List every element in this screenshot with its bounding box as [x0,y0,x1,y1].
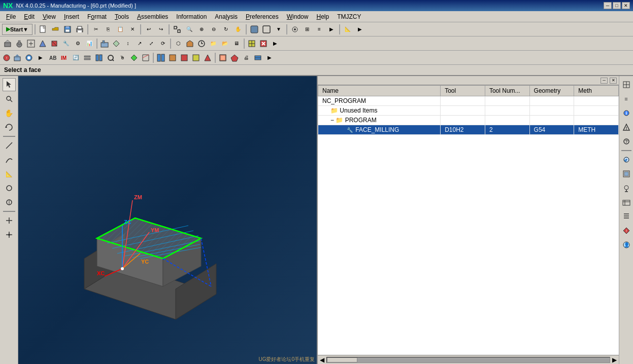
grid-button[interactable]: ⊞ [302,24,313,35]
extra-btn12[interactable] [128,52,140,63]
extra-btn7[interactable]: 🔄 [70,52,81,63]
mfg-btn17[interactable] [196,38,207,49]
shaded-button[interactable] [249,24,260,35]
panel-minimize[interactable]: ─ [601,78,608,84]
extra-btn16[interactable] [179,52,190,63]
mfg-btn19[interactable]: 📂 [219,38,230,49]
table-row[interactable]: 📁 Unused Items [318,106,619,116]
row-name[interactable]: 📁 Unused Items [318,106,441,116]
zoom-tool[interactable] [3,92,16,105]
extra-btn23[interactable]: ▶ [264,52,275,63]
mfg-btn4[interactable] [37,38,48,49]
rs-btn10[interactable] [620,210,633,223]
print-button[interactable] [74,24,85,35]
menu-information[interactable]: Information [172,12,211,21]
mfg-btn6[interactable]: 🔧 [60,38,72,49]
wireframe-button[interactable] [261,24,272,35]
mfg-btn15[interactable]: ⬡ [173,38,184,49]
snap-button[interactable] [289,24,301,35]
scroll-left-btn[interactable]: ◀ [320,356,324,363]
save-button[interactable] [62,24,73,35]
rs-btn6[interactable] [620,153,633,166]
fit-button[interactable] [172,24,183,35]
mfg-btn10[interactable] [111,38,122,49]
mfg-btn23[interactable]: ▶ [270,38,281,49]
extra-btn17[interactable] [190,52,202,63]
menu-tmjzcy[interactable]: TMJZCY [333,12,365,21]
menu-analysis[interactable]: Analysis [211,12,242,21]
row-name[interactable]: − 📁 PROGRAM [318,116,441,125]
extra-btn14[interactable] [155,52,166,63]
open-button[interactable] [50,24,61,35]
line-tool[interactable] [3,139,16,152]
circle-tool[interactable] [3,181,16,195]
table-row[interactable]: − 📁 PROGRAM [318,116,619,125]
pan-button[interactable]: ✋ [232,24,244,35]
rs-btn12[interactable]: 👤 [620,238,633,251]
extra-btn21[interactable]: 🖨 [241,52,252,63]
col-method[interactable]: Meth [574,86,619,96]
close-button[interactable]: ✕ [622,2,630,9]
mfg-btn16[interactable] [184,38,195,49]
expand-tool[interactable] [3,228,16,241]
mfg-btn1[interactable] [2,38,13,49]
mfg-btn11[interactable]: ↕ [122,38,134,49]
menu-format[interactable]: Format [83,12,111,21]
extra-btn11[interactable]: 🖱 [117,52,128,63]
mfg-btn22[interactable] [258,38,269,49]
extra-btn9[interactable] [93,52,105,63]
viewport[interactable]: ZM ZC YM YC XC UG爱好者论坛0手机重复 [18,76,317,364]
rs-btn1[interactable] [620,78,633,91]
extra-btn10[interactable] [105,52,116,63]
menu-window[interactable]: Window [283,12,313,21]
table-row[interactable]: NC_PROGRAM [318,96,619,106]
scrollbar-thumb[interactable] [327,357,357,362]
mfg-btn9[interactable] [99,38,110,49]
row-name[interactable]: NC_PROGRAM [318,96,441,106]
select-tool[interactable] [3,78,16,91]
rs-btn11[interactable]: ! [620,224,633,237]
mfg-btn14[interactable]: ⟳ [157,38,169,49]
scrollbar-track[interactable] [326,357,610,363]
rs-btn7[interactable] [620,167,633,180]
extra-btn3[interactable] [23,52,35,63]
circle2-tool[interactable] [3,196,16,209]
extra-btn8[interactable] [82,52,93,63]
rs-btn5[interactable]: ? [620,135,633,148]
extra-btn19[interactable] [217,52,228,63]
panel-scrollbar[interactable]: ◀ ▶ [318,355,619,364]
table-row[interactable]: 🔧 FACE_MILLING D10H2 2 G54 METH [318,125,619,135]
rs-btn8[interactable] [620,181,633,195]
mfg-btn8[interactable]: 📊 [84,38,95,49]
rs-btn3[interactable]: i [620,106,633,120]
mfg-btn3[interactable] [25,38,37,49]
extra-btn5[interactable]: ABC [47,52,58,63]
rotate-button[interactable]: ↻ [220,24,231,35]
rotate-view-tool[interactable] [3,121,16,134]
rs-btn4[interactable]: ! [620,121,633,134]
measure-button[interactable]: 📐 [342,24,353,35]
menu-view[interactable]: View [39,12,60,21]
rs-btn9[interactable] [620,196,633,209]
extra-btn20[interactable] [229,52,240,63]
paste-button[interactable]: 📋 [115,24,126,35]
mfg-btn7[interactable]: ⚙ [72,38,83,49]
row-name[interactable]: 🔧 FACE_MILLING [318,125,441,135]
cut-button[interactable]: ✂ [90,24,102,35]
undo-button[interactable]: ↩ [143,24,154,35]
extra-btn15[interactable] [167,52,178,63]
pan-tool[interactable]: ✋ [3,106,16,120]
op-nav-scroll[interactable]: Name Tool Tool Num... Geometry Meth NC_P… [318,85,619,355]
zoom-area-button[interactable]: 🔍 [184,24,195,35]
extra-btn6[interactable]: IM [58,52,70,63]
scroll-right-btn[interactable]: ▶ [612,356,617,363]
expand-icon[interactable]: − [330,117,334,124]
copy-button[interactable]: ⎘ [103,24,114,35]
col-geometry[interactable]: Geometry [529,86,574,96]
mfg-btn12[interactable]: ↗ [134,38,145,49]
mfg-btn13[interactable]: ⤢ [146,38,157,49]
mfg-btn18[interactable]: 📁 [208,38,219,49]
col-toolnum[interactable]: Tool Num... [485,86,529,96]
layer-button[interactable]: ≡ [314,24,325,35]
start-button[interactable]: ▶ Start ▼ [2,24,32,35]
